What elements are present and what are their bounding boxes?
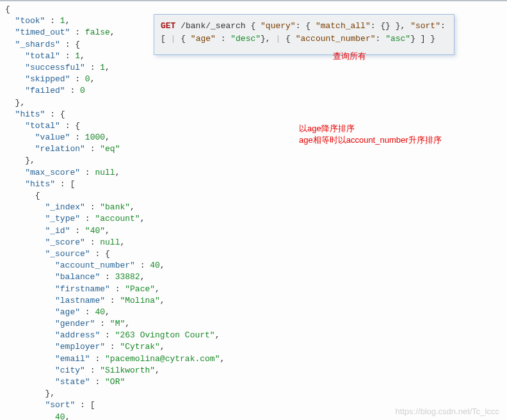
watermark-text: https://blog.csdn.net/Tc_lccc (395, 407, 499, 416)
response-json-block: { "took" : 1, "timed_out" : false, "_sha… (0, 0, 507, 420)
annotation-sort-desc: 以age降序排序 (299, 123, 355, 134)
json-text: { "took" : 1, "timed_out" : false, "_sha… (5, 4, 225, 420)
overlay-code: GET /bank/_search { "query": { "match_al… (161, 21, 446, 44)
query-overlay-box: GET /bank/_search { "query": { "match_al… (154, 14, 455, 55)
annotation-sort-tie: age相等时以account_number升序排序 (299, 134, 442, 146)
annotation-query-all: 查询所有 (333, 51, 366, 62)
